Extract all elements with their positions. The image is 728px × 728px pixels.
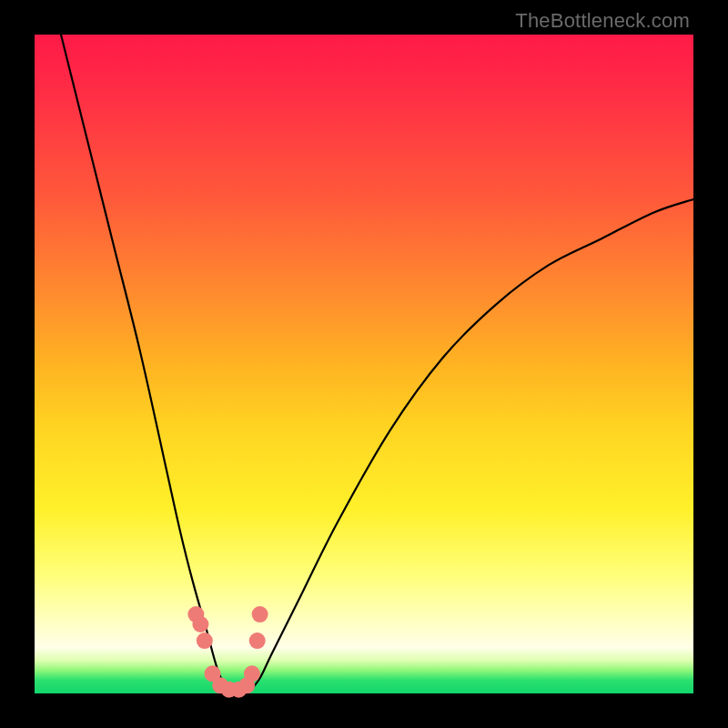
watermark-text: TheBottleneck.com	[515, 9, 690, 33]
chart-frame: TheBottleneck.com	[0, 0, 728, 728]
trough-marker	[249, 632, 266, 649]
trough-marker	[252, 606, 268, 622]
trough-marker	[197, 632, 213, 649]
chart-svg	[35, 35, 693, 693]
trough-marker	[192, 616, 208, 632]
trough-marker	[244, 665, 260, 682]
bottleneck-curve	[61, 35, 693, 695]
